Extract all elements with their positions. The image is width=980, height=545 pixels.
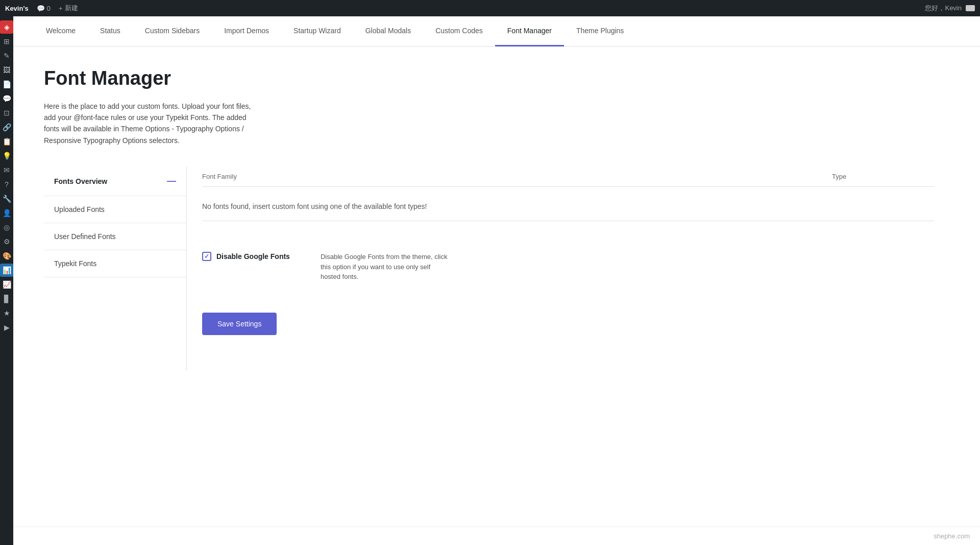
site-name[interactable]: Kevin's <box>5 5 29 12</box>
col-font-family: Font Family <box>202 173 832 180</box>
flag-icon <box>966 5 975 11</box>
tab-welcome[interactable]: Welcome <box>34 16 88 46</box>
sidebar-item-forms[interactable]: ⊡ <box>0 106 13 120</box>
sidebar-item-paint[interactable]: 🎨 <box>0 249 13 263</box>
sidebar-item-plugins[interactable]: ◎ <box>0 221 13 234</box>
top-bar-right: 您好，Kevin <box>925 4 975 13</box>
sidebar-icon-active-red[interactable]: ◈ <box>0 20 13 34</box>
font-manager-layout: Fonts Overview — Uploaded Fonts User Def… <box>44 167 949 371</box>
disable-google-fonts-checkbox[interactable]: ✓ <box>202 252 211 261</box>
col-type: Type <box>832 173 934 180</box>
tab-font-manager[interactable]: Font Manager <box>495 16 564 46</box>
tab-import-demos[interactable]: Import Demos <box>212 16 281 46</box>
top-bar-left: Kevin's 💬 0 + 新建 <box>5 4 78 13</box>
footer-text: shephe.com <box>934 532 970 540</box>
sidebar-item-docs[interactable]: 📋 <box>0 135 13 148</box>
sidebar: ◈ ⊞ ✎ 🖼 📄 💬 ⊡ 🔗 📋 💡 ✉ ? 🔧 👤 ◎ ⚙ 🎨 📊 📈 ▊ … <box>0 16 13 545</box>
sidebar-item-user-defined-fonts[interactable]: User Defined Fonts <box>44 223 186 250</box>
tab-custom-sidebars[interactable]: Custom Sidebars <box>133 16 212 46</box>
sidebar-item-mail[interactable]: ✉ <box>0 163 13 177</box>
user-greeting: 您好，Kevin <box>925 4 962 13</box>
fonts-overview-label: Fonts Overview <box>54 177 107 185</box>
sidebar-item-play[interactable]: ▶ <box>0 321 13 334</box>
disable-google-fonts-text: Disable Google Fonts <box>216 252 290 260</box>
sidebar-item-media[interactable]: 🖼 <box>0 63 13 77</box>
sidebar-item-tools[interactable]: 🔧 <box>0 192 13 205</box>
nav-tabs: Welcome Status Custom Sidebars Import De… <box>13 16 980 46</box>
main-content: Font Manager Here is the place to add yo… <box>13 46 980 527</box>
save-settings-button[interactable]: Save Settings <box>202 313 277 335</box>
uploaded-fonts-label: Uploaded Fonts <box>54 205 105 214</box>
comment-count[interactable]: 💬 0 <box>37 5 51 12</box>
sidebar-item-pages[interactable]: 📄 <box>0 78 13 91</box>
plus-icon: + <box>59 5 63 12</box>
disable-google-fonts-section: ✓ Disable Google Fonts Disable Google Fo… <box>202 242 934 292</box>
sidebar-item-analytics[interactable]: 📊 <box>0 264 13 277</box>
top-bar: Kevin's 💬 0 + 新建 您好，Kevin <box>0 0 980 16</box>
font-sidebar: Fonts Overview — Uploaded Fonts User Def… <box>44 167 187 371</box>
font-content: Font Family Type No fonts found, insert … <box>187 167 949 371</box>
checkmark-icon: ✓ <box>204 253 209 260</box>
sidebar-item-users[interactable]: 👤 <box>0 206 13 220</box>
page-description: Here is the place to add your custom fon… <box>44 101 258 147</box>
tab-startup-wizard[interactable]: Startup Wizard <box>281 16 353 46</box>
app-layout: ◈ ⊞ ✎ 🖼 📄 💬 ⊡ 🔗 📋 💡 ✉ ? 🔧 👤 ◎ ⚙ 🎨 📊 📈 ▊ … <box>0 16 980 545</box>
page-title: Font Manager <box>44 67 949 90</box>
no-fonts-message: No fonts found, insert custom font using… <box>202 192 934 221</box>
tab-theme-plugins[interactable]: Theme Plugins <box>564 16 636 46</box>
sidebar-item-settings[interactable]: ⚙ <box>0 235 13 248</box>
disable-google-fonts-description: Disable Google Fonts from the theme, cli… <box>321 252 448 282</box>
content-area: Welcome Status Custom Sidebars Import De… <box>13 16 980 545</box>
tab-global-modals[interactable]: Global Modals <box>353 16 424 46</box>
sidebar-item-fonts-overview[interactable]: Fonts Overview — <box>44 167 186 196</box>
sidebar-item-typekit-fonts[interactable]: Typekit Fonts <box>44 250 186 277</box>
sidebar-item-comments[interactable]: 💬 <box>0 92 13 105</box>
tab-status[interactable]: Status <box>88 16 133 46</box>
disable-google-fonts-label[interactable]: ✓ Disable Google Fonts <box>202 252 290 261</box>
sidebar-item-uploaded-fonts[interactable]: Uploaded Fonts <box>44 196 186 223</box>
sidebar-item-help[interactable]: ? <box>0 178 13 191</box>
sidebar-item-posts[interactable]: ✎ <box>0 49 13 62</box>
comment-icon: 💬 <box>37 5 45 12</box>
user-defined-fonts-label: User Defined Fonts <box>54 232 116 241</box>
sidebar-item-star[interactable]: ★ <box>0 306 13 320</box>
footer: shephe.com <box>13 527 980 545</box>
new-button[interactable]: + 新建 <box>59 4 78 13</box>
sidebar-item-barchart[interactable]: ▊ <box>0 292 13 305</box>
typekit-fonts-label: Typekit Fonts <box>54 259 96 268</box>
tab-custom-codes[interactable]: Custom Codes <box>423 16 495 46</box>
sidebar-item-links[interactable]: 🔗 <box>0 121 13 134</box>
sidebar-item-chart[interactable]: 📈 <box>0 278 13 291</box>
font-table-header: Font Family Type <box>202 167 934 187</box>
sidebar-item-feedback[interactable]: 💡 <box>0 149 13 162</box>
active-dash-icon: — <box>167 176 176 186</box>
sidebar-item-dashboard[interactable]: ⊞ <box>0 35 13 48</box>
